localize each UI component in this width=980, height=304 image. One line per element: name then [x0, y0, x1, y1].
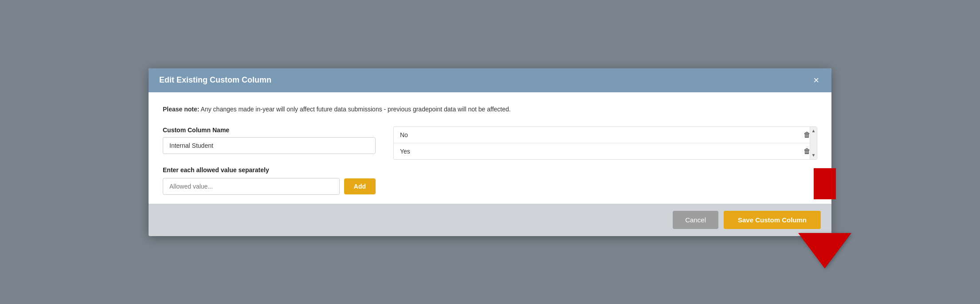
close-button[interactable]: × — [811, 75, 821, 85]
cancel-button[interactable]: Cancel — [673, 211, 718, 229]
allowed-value-input[interactable] — [163, 178, 340, 195]
modal-header: Edit Existing Custom Column × — [149, 68, 831, 92]
scroll-up-arrow[interactable]: ▲ — [810, 127, 817, 135]
list-item: Yes 🗑 — [394, 143, 817, 159]
notice-text: Please note: Any changes made in-year wi… — [163, 105, 817, 114]
modal-body: Please note: Any changes made in-year wi… — [149, 92, 831, 204]
values-list: No 🗑 Yes 🗑 — [394, 127, 817, 159]
list-item: No 🗑 — [394, 127, 817, 143]
column-name-input[interactable] — [163, 137, 376, 154]
save-custom-column-button[interactable]: Save Custom Column — [724, 211, 821, 229]
modal: Edit Existing Custom Column × Please not… — [149, 68, 831, 236]
column-name-label: Custom Column Name — [163, 126, 376, 134]
modal-title: Edit Existing Custom Column — [159, 75, 271, 85]
notice-content: Any changes made in-year will only affec… — [201, 106, 511, 113]
notice-bold: Please note: — [163, 106, 199, 113]
values-list-panel: No 🗑 Yes 🗑 ▲ ▼ — [393, 126, 817, 160]
scrollbar-track[interactable]: ▲ ▼ — [810, 127, 817, 159]
modal-footer: Cancel Save Custom Column — [149, 204, 831, 236]
modal-overlay: Edit Existing Custom Column × Please not… — [0, 0, 980, 304]
content-row: Custom Column Name Enter each allowed va… — [163, 126, 817, 195]
add-value-row: Add — [163, 178, 376, 195]
value-text: No — [400, 131, 408, 138]
value-text: Yes — [400, 148, 410, 155]
big-arrow-head — [798, 233, 851, 268]
scroll-down-arrow[interactable]: ▼ — [810, 151, 817, 159]
allowed-values-section: Enter each allowed value separately Add — [163, 166, 376, 195]
allowed-values-label: Enter each allowed value separately — [163, 166, 376, 174]
add-value-button[interactable]: Add — [344, 178, 376, 194]
left-column: Custom Column Name Enter each allowed va… — [163, 126, 376, 195]
